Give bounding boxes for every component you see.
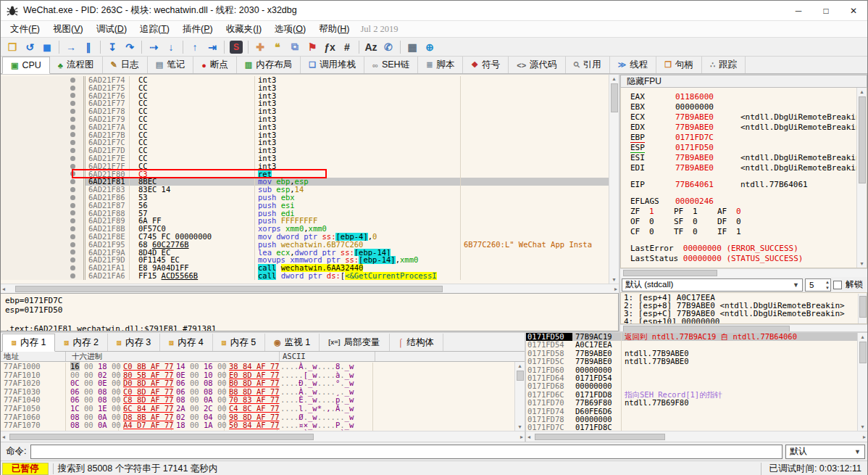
scrollbar-thumb[interactable] [15,286,443,292]
tab-脚本[interactable]: ≣脚本 [418,57,463,73]
flags-row[interactable]: ZF1PF1AF0 [630,207,856,217]
step-into-icon[interactable]: ↧ [104,39,121,55]
breakpoint-gutter[interactable] [1,162,85,170]
breakpoint-dot-icon[interactable] [70,132,75,137]
register-row[interactable]: ESI77B9ABE0<ntdll.DbgUiRemoteBreakin> [630,153,856,163]
breakpoint-dot-icon[interactable] [70,78,75,83]
last-status-row[interactable]: LastStatus 00000000 (STATUS_SUCCESS) [630,254,856,264]
breakpoint-gutter[interactable] [1,233,85,241]
breakpoint-dot-icon[interactable] [70,125,75,130]
menu-item-o[interactable]: 选项(O) [268,22,312,37]
breakpoint-dot-icon[interactable] [70,210,75,215]
pause-icon[interactable]: ∥ [80,39,97,55]
tab-内存布局[interactable]: ▥内存布局 [237,57,301,73]
scroll-up-icon[interactable]: ▴ [612,75,615,82]
breakpoint-gutter[interactable] [1,139,85,146]
call-argument-row[interactable]: 4: [esp+10] 00000000 [624,318,858,323]
hash-icon[interactable]: # [338,39,356,55]
breakpoint-dot-icon[interactable] [70,164,75,169]
breakpoint-gutter[interactable] [1,241,85,249]
disasm-row[interactable]: 6AD21F7FCCint3 [1,162,609,170]
breakpoint-gutter[interactable] [1,249,85,257]
tab-句柄[interactable]: ❒句柄 [656,57,702,73]
breakpoint-dot-icon[interactable] [70,195,75,200]
breakpoint-gutter[interactable] [1,202,85,210]
breakpoint-gutter[interactable] [1,194,85,202]
flags-row[interactable]: OF0SF0DF0 [630,217,856,227]
menu-item-i[interactable]: 收藏夹(I) [220,22,268,37]
menu-item-v[interactable]: 视图(V) [46,22,90,37]
execute-till-return-icon[interactable]: ↑ [186,39,204,55]
breakpoint-gutter[interactable] [1,107,85,115]
dump-tab-结构体[interactable]: ⌠结构体 [390,334,443,351]
dump-tab-局部变量[interactable]: [x=]局部变量 [320,334,389,351]
tab-线程[interactable]: ≫线程 [610,57,657,73]
breakpoint-dot-icon[interactable] [70,203,75,208]
breakpoint-gutter[interactable] [1,84,85,92]
breakpoint-dot-icon[interactable] [70,171,75,176]
stack-vertical-scrollbar[interactable]: ▴ ▾ [857,333,867,431]
tab-seh链[interactable]: ∞SEH链 [364,57,418,73]
dump-tab-内存-3[interactable]: ⧈内存 3 [108,334,160,351]
dump-tab-内存-5[interactable]: ⧈内存 5 [213,334,265,351]
breakpoint-dot-icon[interactable] [70,242,75,247]
tab-符号[interactable]: ❖符号 [463,57,509,73]
register-row[interactable]: EAX01186000 [630,92,856,102]
breakpoint-gutter[interactable] [1,154,85,162]
breakpoint-gutter[interactable] [1,131,85,139]
bookmark-icon[interactable]: ⚑ [304,39,321,55]
scrollbar-thumb[interactable] [859,342,867,363]
scroll-down-icon[interactable]: ▾ [612,276,615,283]
tab-笔记[interactable]: ▤笔记 [148,57,193,73]
scrollbar-thumb[interactable] [9,434,314,440]
breakpoint-dot-icon[interactable] [70,257,75,263]
register-row[interactable]: EBP0171FD7C [630,133,856,143]
calculator-icon[interactable]: ▦ [404,39,421,55]
breakpoint-gutter[interactable] [1,210,85,218]
disasm-row[interactable]: 6AD21F8756push esi [1,202,609,210]
scrollbar-thumb[interactable] [859,296,867,318]
breakpoint-gutter[interactable] [1,115,85,123]
disasm-row[interactable]: 6AD21FA6FF15 ACD5566Bcall dword ptr ds:[… [1,272,609,280]
breakpoint-dot-icon[interactable] [70,187,75,192]
menu-item-d[interactable]: 调试(D) [90,22,133,37]
breakpoint-gutter[interactable] [1,256,85,264]
dump-tab-内存-1[interactable]: ⧈内存 1 [2,334,55,352]
settings-icon[interactable]: S [230,41,243,54]
scroll-right-icon[interactable]: ▸ [863,434,866,440]
spinner-up-icon[interactable]: ▲ [825,279,830,285]
scroll-left-icon[interactable]: ◂ [2,286,5,292]
scroll-up-icon[interactable]: ▴ [860,88,863,95]
breakpoint-dot-icon[interactable] [70,117,75,122]
breakpoint-gutter[interactable] [1,170,85,178]
breakpoint-dot-icon[interactable] [70,234,75,239]
case-icon[interactable]: Az [362,39,380,55]
register-row[interactable]: EDI77B9ABE0<ntdll.DbgUiRemoteBreakin> [630,163,856,173]
tab-流程图[interactable]: ♣流程图 [50,57,103,73]
step-over-icon[interactable]: ↷ [121,39,138,55]
breakpoint-dot-icon[interactable] [70,273,75,278]
scroll-down-icon[interactable]: ▾ [518,424,521,430]
breakpoint-dot-icon[interactable] [70,109,75,114]
animate-over-icon[interactable]: ↓ [162,39,180,55]
breakpoint-gutter[interactable] [1,272,85,280]
tab-调用堆栈[interactable]: ❏调用堆栈 [301,57,364,73]
run-to-user-code-icon[interactable]: ⇥ [204,39,221,55]
animate-into-icon[interactable]: ⇢ [145,39,162,55]
disassembly-horizontal-scrollbar[interactable]: ◂ ▸ [1,284,619,293]
breakpoint-dot-icon[interactable] [70,179,75,184]
breakpoint-gutter[interactable] [1,146,85,154]
register-row[interactable]: ESP0171FD50 [630,143,856,153]
dump-tab-内存-2[interactable]: ⧈内存 2 [55,334,107,351]
dump-horizontal-scrollbar[interactable]: ◂ ▸ [1,431,525,442]
maximize-button[interactable]: □ [812,1,840,20]
disasm-row[interactable]: 6AD21F75CCint3 [1,84,609,92]
scroll-down-icon[interactable]: ▾ [860,260,863,267]
spinner-down-icon[interactable]: ▼ [825,285,830,291]
tab-断点[interactable]: ●断点 [193,57,237,73]
breakpoint-dot-icon[interactable] [70,86,75,91]
unlock-checkbox[interactable] [833,281,842,289]
restart-icon[interactable]: ↺ [21,39,38,55]
dump-tab-内存-4[interactable]: ⧈内存 4 [160,334,212,351]
flags-row[interactable]: CF0TF0IF1 [630,227,856,237]
